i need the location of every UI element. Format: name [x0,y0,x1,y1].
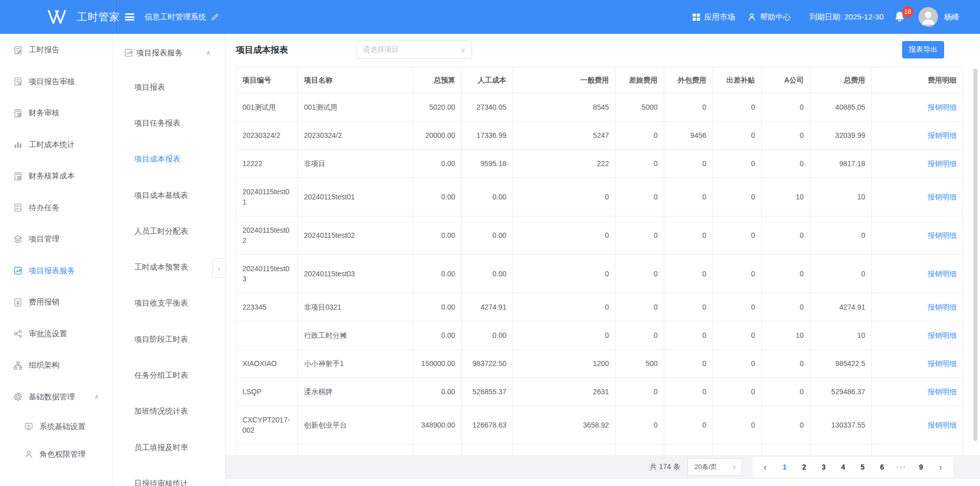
sidebar-item-11[interactable]: 组织架构 [0,350,112,381]
export-report-button[interactable]: 报表导出 [902,41,944,58]
chevron-down-icon: ∨ [460,46,465,54]
table-cell: 创新创业平台 [298,406,413,444]
column-header[interactable]: 人工成本 [462,67,513,93]
table-cell: 17336.99 [462,121,513,150]
help-center[interactable]: 帮助中心 [747,12,791,22]
expense-detail-link[interactable]: 报销明细 [928,231,956,239]
submenu-item-6[interactable]: 工时成本预警表 [113,249,225,285]
expense-detail-link[interactable]: 报销明细 [928,331,956,339]
sidebar-item-2[interactable]: 项目报告审核 [0,66,112,98]
table-cell: 0 [810,255,872,293]
table-cell: 0 [762,93,810,121]
edit-icon[interactable] [211,13,218,21]
table-cell: 9595.18 [462,150,513,178]
pagination-page-4[interactable]: 4 [833,457,853,477]
notification-bell[interactable]: 18 [894,10,906,24]
table-cell [298,444,413,456]
submenu-item-10[interactable]: 加班情况统计表 [113,394,225,430]
sidebar-item-7[interactable]: 项目管理 [0,224,112,255]
submenu-item-12[interactable]: 日报待审核统计 [113,465,225,486]
sidebar-item-8[interactable]: 项目报表服务 [0,255,112,287]
vertical-scrollbar[interactable] [973,69,977,441]
sidebar-item-5[interactable]: 财务核算成本 [0,160,112,192]
sidebar-item-3[interactable]: 财务审核 [0,97,112,129]
submenu-item-7[interactable]: 项目收支平衡表 [113,286,225,321]
menu-icon[interactable] [125,13,134,21]
submenu-item-4[interactable]: 项目成本基线表 [113,177,225,213]
submenu-item-9[interactable]: 任务分组工时表 [113,357,225,393]
table-cell: 3658.92 [513,406,616,444]
sidebar-item-label: 审批流设置 [29,329,67,339]
table-cell-detail: 报销明细 [872,406,963,444]
project-select[interactable]: 请选择项目 ∨ [356,40,472,59]
sidebar-item-1[interactable]: 工时报告 [0,34,112,66]
column-header[interactable]: 出差补贴 [713,67,762,93]
chevron-up-icon[interactable]: ∧ [94,393,99,400]
table-cell: 40885.05 [810,93,872,121]
submenu-item-3[interactable]: 项目成本报表 [113,141,225,177]
table-row: 20240115test0220240115test020.000.000000… [236,216,963,255]
column-header[interactable]: 项目名称 [298,67,413,93]
table-row: XIAOXIAO小小神射手1150000.00983722.5012005000… [236,350,963,378]
submenu-item-5[interactable]: 人员工时分配表 [113,213,225,249]
table-cell: 0 [762,350,810,378]
page-size-select[interactable]: 20条/页 ∨ [687,458,742,476]
pagination-page-2[interactable]: 2 [794,457,814,477]
pagination-page-1[interactable]: 1 [775,457,794,477]
column-header[interactable]: 差旅费用 [616,67,664,93]
sidebar-item-13[interactable]: 系统基础设置 [0,413,112,440]
submenu-item-11[interactable]: 员工填报及时率 [113,430,225,465]
pagination-prev[interactable]: ‹ [756,457,775,477]
submenu-item-1[interactable]: 项目报表 [113,69,225,105]
column-header[interactable]: 费用明细 [872,67,963,93]
table-cell-detail: 报销明细 [872,178,963,216]
sidebar-item-4[interactable]: 工时成本统计 [0,129,112,161]
column-header[interactable]: 总预算 [413,67,462,93]
table-cell: 0 [664,350,713,378]
submenu-item-2[interactable]: 项目任务报表 [113,105,225,141]
table-cell: LSQP [236,378,298,406]
expense-detail-link[interactable]: 报销明细 [928,131,956,139]
pagination-page-9[interactable]: 9 [911,457,931,477]
sidebar-item-6[interactable]: 待办任务 [0,192,112,224]
app-market[interactable]: 应用市场 [692,12,735,22]
sidebar-item-label: 工时报告 [29,45,59,55]
submenu-item-8[interactable]: 项目阶段工时表 [113,321,225,357]
table-cell: 0 [713,216,762,255]
sidebar-item-9[interactable]: 费用报销 [0,287,112,318]
pagination-page-6[interactable]: 6 [872,457,892,477]
expense-detail-link[interactable]: 报销明细 [928,359,956,368]
avatar[interactable] [918,7,938,27]
column-header[interactable]: A公司 [762,67,810,93]
sidebar-item-14[interactable]: 角色权限管理 [0,440,112,468]
chevron-up-icon[interactable]: ∧ [206,49,211,56]
pagination-page-3[interactable]: 3 [814,457,833,477]
column-header[interactable]: 项目编号 [236,67,298,93]
table-cell: 985422.5 [810,350,872,378]
sidebar-item-10[interactable]: 审批流设置 [0,318,112,350]
sidebar-item-12[interactable]: 基础数据管理∧ [0,381,112,413]
column-header[interactable]: 总费用 [810,67,872,93]
column-header[interactable]: 一般费用 [513,67,616,93]
sidebar-item-label: 角色权限管理 [39,450,86,459]
expense-detail-link[interactable]: 报销明细 [928,193,956,201]
column-header[interactable]: 外包费用 [664,67,713,93]
expense-detail-link[interactable]: 报销明细 [928,103,956,111]
submenu-header[interactable]: 项目报表服务 ∧ [113,36,225,69]
pagination-next[interactable]: › [931,457,950,477]
table-cell [462,444,513,456]
expense-detail-link[interactable]: 报销明细 [928,388,956,396]
table-cell: 001测试用 [236,93,298,121]
username[interactable]: 杨峰 [944,12,959,22]
panel-collapse-handle[interactable]: ‹ [212,258,226,278]
expense-detail-link[interactable]: 报销明细 [928,270,956,278]
pagination-ellipsis[interactable]: ··· [892,457,911,477]
table-cell: 0 [664,321,713,350]
total-count-label: 共 174 条 [650,462,680,472]
submenu-item-label: 日报待审核统计 [134,479,188,486]
pagination-page-5[interactable]: 5 [853,457,872,477]
table-cell: 0 [713,93,762,121]
expense-detail-link[interactable]: 报销明细 [928,303,956,311]
expense-detail-link[interactable]: 报销明细 [928,421,956,429]
expense-detail-link[interactable]: 报销明细 [928,159,956,168]
